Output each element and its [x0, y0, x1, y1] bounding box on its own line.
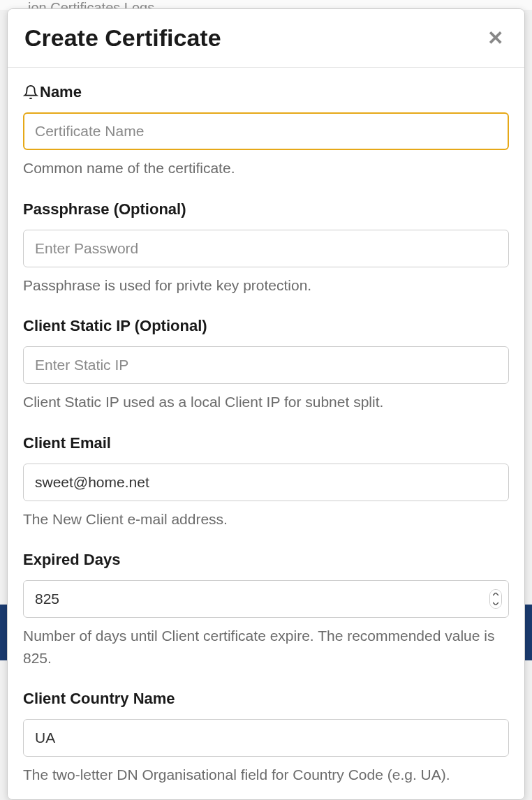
country-label: Client Country Name	[23, 690, 509, 708]
chevron-down-icon	[493, 602, 498, 605]
staticip-label: Client Static IP (Optional)	[23, 317, 509, 335]
form-group-expired: Expired Days Number of days until Client…	[23, 551, 509, 669]
create-certificate-modal: Create Certificate ✕ Name Common name of…	[7, 8, 525, 800]
email-label: Client Email	[23, 434, 509, 452]
chevron-up-icon	[493, 593, 498, 596]
expired-help: Number of days until Client certificate …	[23, 625, 509, 669]
form-group-email: Client Email The New Client e-mail addre…	[23, 434, 509, 531]
form-group-country: Client Country Name The two-letter DN Or…	[23, 690, 509, 786]
name-input[interactable]	[23, 112, 509, 150]
spinner-down-button[interactable]	[490, 599, 501, 608]
form-group-staticip: Client Static IP (Optional) Client Stati…	[23, 317, 509, 413]
close-button[interactable]: ✕	[483, 29, 508, 48]
passphrase-label: Passphrase (Optional)	[23, 200, 509, 218]
expired-input[interactable]	[23, 580, 509, 618]
country-help: The two-letter DN Organisational field f…	[23, 764, 509, 786]
expired-label: Expired Days	[23, 551, 509, 569]
form-group-name: Name Common name of the certificate.	[23, 83, 509, 179]
country-input[interactable]	[23, 719, 509, 757]
close-icon: ✕	[487, 27, 503, 49]
staticip-help: Client Static IP used as a local Client …	[23, 391, 509, 413]
name-label: Name	[23, 83, 509, 101]
modal-title: Create Certificate	[24, 24, 221, 52]
name-help: Common name of the certificate.	[23, 157, 509, 179]
modal-body: Name Common name of the certificate. Pas…	[8, 68, 524, 800]
bell-icon	[23, 84, 38, 100]
passphrase-input[interactable]	[23, 230, 509, 267]
passphrase-help: Passphrase is used for privte key protec…	[23, 274, 509, 297]
spinner-up-button[interactable]	[490, 590, 501, 599]
email-input[interactable]	[23, 464, 509, 501]
email-help: The New Client e-mail address.	[23, 508, 509, 531]
modal-header: Create Certificate ✕	[8, 9, 524, 68]
number-spinner	[489, 589, 502, 609]
form-group-passphrase: Passphrase (Optional) Passphrase is used…	[23, 200, 509, 297]
expired-wrapper	[23, 580, 509, 618]
staticip-input[interactable]	[23, 346, 509, 384]
